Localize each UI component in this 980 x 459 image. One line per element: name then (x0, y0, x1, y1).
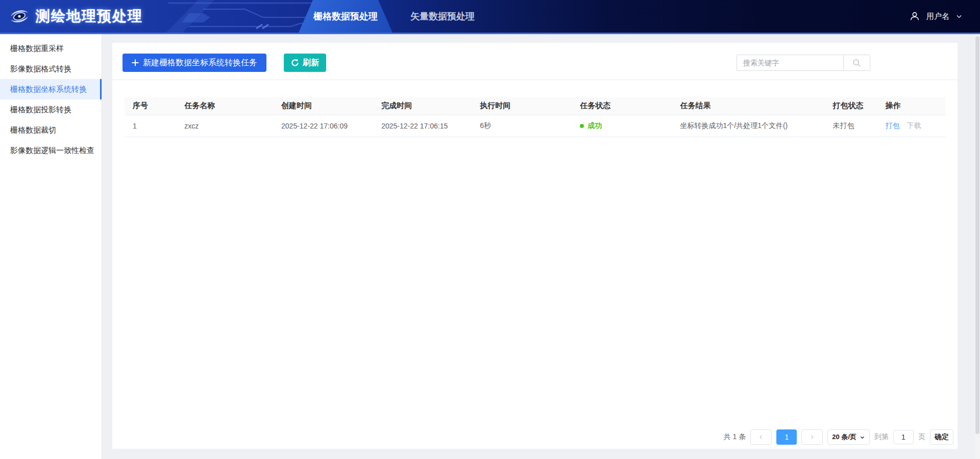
content-card: 新建栅格数据坐标系统转换任务 刷新 (112, 43, 958, 449)
sidebar-item-label: 栅格数据坐标系统转换 (10, 85, 87, 94)
vertical-scrollbar[interactable] (975, 34, 980, 459)
sidebar-item-raster-resample[interactable]: 栅格数据重采样 (0, 38, 102, 59)
sidebar-item-label: 栅格数据投影转换 (10, 105, 71, 115)
package-link[interactable]: 打包 (885, 121, 899, 130)
user-menu[interactable]: 用户名 (909, 0, 963, 33)
cell-duration: 6秒 (472, 115, 572, 137)
sidebar-item-raster-clip[interactable]: 栅格数据裁切 (0, 120, 102, 140)
goto-confirm-button[interactable]: 确定 (930, 429, 953, 445)
refresh-icon (291, 59, 299, 67)
search-icon (852, 59, 861, 67)
sidebar-item-raster-projection-convert[interactable]: 栅格数据投影转换 (0, 99, 102, 120)
status-dot-icon (580, 124, 584, 128)
user-name: 用户名 (926, 12, 949, 21)
tab-vector-preprocess[interactable]: 矢量数据预处理 (402, 0, 483, 33)
cell-task-name: zxcz (176, 115, 273, 137)
sidebar-item-image-format-convert[interactable]: 影像数据格式转换 (0, 59, 102, 79)
app-header: 测绘地理预处理 栅格数据预处理 矢量数据预处理 用户名 (0, 0, 980, 34)
plus-icon (132, 59, 139, 66)
pagination: 共 1 条 1 20 条/页 到第 页 确定 (724, 429, 953, 445)
goto-page-input[interactable] (893, 430, 914, 444)
status-badge: 成功 (587, 121, 602, 131)
cell-actions: 打包 下载 (877, 115, 945, 137)
toolbar: 新建栅格数据坐标系统转换任务 刷新 (112, 43, 958, 80)
download-link[interactable]: 下载 (906, 121, 921, 130)
col-index: 序号 (125, 97, 176, 115)
task-table: 序号 任务名称 创建时间 完成时间 执行时间 任务状态 任务结果 打包状态 操作… (125, 97, 945, 137)
new-task-label: 新建栅格数据坐标系统转换任务 (143, 58, 257, 68)
next-page-button[interactable] (801, 429, 823, 445)
goto-suffix: 页 (918, 432, 925, 442)
globe-orbit-logo-icon (9, 6, 30, 27)
sidebar-item-label: 影像数据逻辑一致性检查 (10, 146, 94, 156)
sidebar-item-label: 栅格数据裁切 (10, 125, 56, 135)
search-button[interactable] (843, 55, 870, 70)
goto-prefix: 到第 (874, 432, 889, 442)
user-icon (909, 11, 920, 22)
col-actions: 操作 (877, 97, 945, 115)
cell-result: 坐标转换成功1个/共处理1个文件() (672, 115, 825, 137)
pagination-total: 共 1 条 (724, 432, 746, 442)
col-task-name: 任务名称 (176, 97, 273, 115)
table-row: 1 zxcz 2025-12-22 17:06:09 2025-12-22 17… (125, 115, 945, 137)
page-size-select[interactable]: 20 条/页 (827, 429, 870, 445)
chevron-down-icon (955, 13, 963, 20)
sidebar-item-raster-coord-convert[interactable]: 栅格数据坐标系统转换 (0, 79, 102, 99)
new-task-button[interactable]: 新建栅格数据坐标系统转换任务 (122, 54, 266, 72)
search-input[interactable] (737, 55, 843, 70)
col-result: 任务结果 (672, 97, 825, 115)
app-logo: 测绘地理预处理 (9, 0, 143, 33)
chevron-down-icon (860, 435, 865, 440)
refresh-button[interactable]: 刷新 (284, 54, 326, 72)
chevron-left-icon (758, 434, 764, 440)
sidebar-item-label: 影像数据格式转换 (10, 64, 71, 74)
col-package-status: 打包状态 (825, 97, 877, 115)
col-duration: 执行时间 (472, 97, 572, 115)
app-title: 测绘地理预处理 (36, 7, 143, 26)
cell-finished-at: 2025-12-22 17:06:15 (373, 115, 472, 137)
prev-page-button[interactable] (750, 429, 772, 445)
page-number-button[interactable]: 1 (776, 429, 797, 445)
cell-status: 成功 (572, 115, 672, 137)
search-box (737, 55, 870, 71)
tab-label: 矢量数据预处理 (410, 10, 475, 22)
chevron-right-icon (809, 434, 815, 440)
top-tabs: 栅格数据预处理 矢量数据预处理 (299, 0, 483, 33)
col-status: 任务状态 (572, 97, 672, 115)
tab-label: 栅格数据预处理 (313, 10, 378, 22)
scrollbar-thumb[interactable] (975, 36, 979, 434)
page-size-value: 20 条/页 (832, 432, 856, 442)
col-finished-at: 完成时间 (373, 97, 472, 115)
cell-created-at: 2025-12-22 17:06:09 (273, 115, 373, 137)
col-created-at: 创建时间 (273, 97, 373, 115)
refresh-label: 刷新 (303, 58, 319, 68)
cell-package-status: 未打包 (825, 115, 877, 137)
sidebar-item-label: 栅格数据重采样 (10, 44, 64, 54)
table-header-row: 序号 任务名称 创建时间 完成时间 执行时间 任务状态 任务结果 打包状态 操作 (125, 97, 945, 115)
sidebar-item-logic-consistency-check[interactable]: 影像数据逻辑一致性检查 (0, 140, 102, 161)
tab-raster-preprocess[interactable]: 栅格数据预处理 (299, 0, 393, 33)
sidebar: 栅格数据重采样 影像数据格式转换 栅格数据坐标系统转换 栅格数据投影转换 栅格数… (0, 34, 102, 459)
cell-index: 1 (125, 115, 176, 137)
